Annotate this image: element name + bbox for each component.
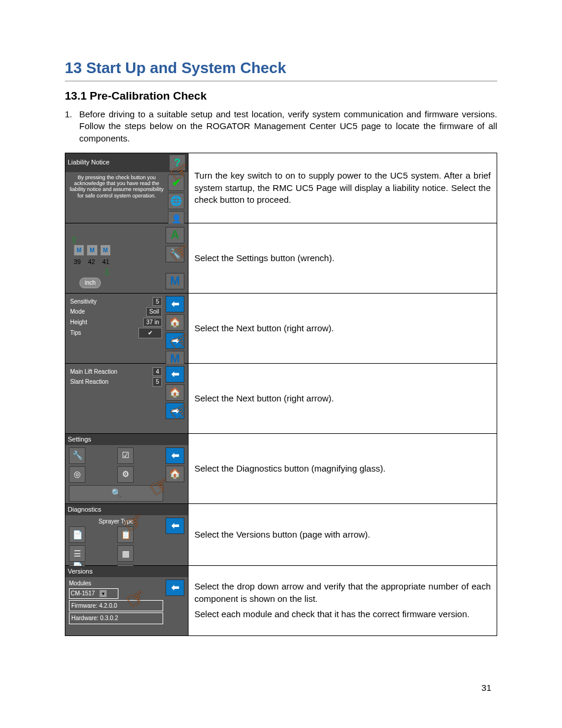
back-arrow-icon[interactable]: ⬅ xyxy=(166,579,184,596)
table-row: Diagnostics Sprayer Type 📄 📋 ☰ ▦ 📄↗ xyxy=(65,503,497,565)
field-value[interactable]: 4 xyxy=(153,367,162,377)
table-row: A 🔧 ⇧ M M M 39 42 xyxy=(65,223,497,293)
globe-icon[interactable]: 🌐 xyxy=(168,193,184,209)
magnifier-icon[interactable]: 🔍 xyxy=(69,485,163,502)
field-label: Mode xyxy=(70,308,85,316)
step-instruction: Select the Versions button (page with ar… xyxy=(189,503,497,565)
home-icon[interactable]: 🏠 xyxy=(166,314,184,331)
field-label: Tips xyxy=(70,329,81,337)
module-dropdown[interactable]: CM-1517 ▾ xyxy=(69,588,118,599)
home-icon[interactable]: 🏠 xyxy=(166,384,184,401)
hardware-value: Hardware: 0.3.0.2 xyxy=(69,612,163,624)
sensor-value: 42 xyxy=(88,258,95,266)
help-icon[interactable]: ? xyxy=(169,154,186,171)
intro-paragraph: 1. Before driving to a suitable setup an… xyxy=(65,108,497,144)
section-heading: 13 Start Up and System Check xyxy=(65,59,497,81)
table-row: Settings 🔧 ☑ ◎ ⚙ 🔍 ⬅ 🏠 xyxy=(65,433,497,503)
table-row: Versions Modules CM-1517 ▾ Firmware: 4.2… xyxy=(65,565,497,635)
firmware-value: Firmware: 4.2.0.0 xyxy=(69,600,163,612)
home-icon[interactable]: 🏠 xyxy=(166,466,184,482)
modules-label: Modules xyxy=(69,579,163,588)
field-label: Height xyxy=(70,318,87,327)
auto-icon[interactable]: A xyxy=(166,227,184,243)
check-icon[interactable]: ✔ xyxy=(138,328,162,338)
m-marker: M xyxy=(87,245,97,256)
back-arrow-icon[interactable]: ⬅ xyxy=(166,366,184,383)
field-value[interactable]: 5 xyxy=(153,297,162,307)
list-icon[interactable]: 📋 xyxy=(117,526,134,543)
sensor-value: 39 xyxy=(74,258,81,266)
next-arrow-icon[interactable]: ➡ xyxy=(166,332,184,349)
intro-text: Before driving to a suitable setup and t… xyxy=(80,108,497,144)
step-instruction: Select the Diagnostics button (magnifyin… xyxy=(189,433,497,503)
field-label: Slant Reaction xyxy=(70,378,108,386)
versions-title: Versions xyxy=(68,567,92,576)
table-row: Liability Notice ? By pressing the check… xyxy=(65,153,497,223)
back-arrow-icon[interactable]: ⬅ xyxy=(166,447,184,464)
check-icon[interactable]: ✔ xyxy=(168,174,184,191)
next-arrow-icon[interactable]: ➡ xyxy=(166,403,184,419)
field-value[interactable]: 37 in xyxy=(143,318,162,327)
settings-title: Settings xyxy=(68,435,91,444)
step-instruction: Select the Next button (right arrow). xyxy=(189,363,497,433)
field-value[interactable]: Soil xyxy=(146,307,162,317)
step-instruction: Select the Settings button (wrench). xyxy=(189,223,497,293)
liability-body: By pressing the check button you acknowl… xyxy=(69,174,164,228)
target-icon[interactable]: ◎ xyxy=(69,466,85,483)
step-instruction: Select the Next button (right arrow). xyxy=(189,293,497,363)
back-arrow-icon[interactable]: ⬅ xyxy=(166,518,184,534)
doc-icon[interactable]: 📄 xyxy=(69,526,85,543)
checklist-icon[interactable]: ☑ xyxy=(117,447,134,464)
sub-heading: 13.1 Pre-Calibration Check xyxy=(65,90,497,103)
table-row: Sensitivity5 ModeSoil Height37 in Tips✔ … xyxy=(65,293,497,363)
diagnostics-title: Diagnostics xyxy=(68,505,101,514)
field-label: Sensitivity xyxy=(70,298,97,306)
liability-title: Liability Notice xyxy=(68,158,110,167)
sensor-value: 41 xyxy=(103,258,110,266)
gear-icon[interactable]: ⚙ xyxy=(117,466,134,483)
unit-chip[interactable]: inch xyxy=(80,278,101,288)
m-icon[interactable]: M xyxy=(166,273,184,289)
sprayer-type-label: Sprayer Type xyxy=(69,518,163,526)
table-row: Main Lift Reaction4 Slant Reaction5 ⬅ 🏠 … xyxy=(65,363,497,433)
wrench-icon[interactable]: 🔧 xyxy=(166,246,184,262)
down-arrow-icon: ⇩ xyxy=(103,266,111,279)
field-value[interactable]: 5 xyxy=(153,377,162,387)
chevron-down-icon[interactable]: ▾ xyxy=(100,590,107,597)
m-marker: M xyxy=(74,245,84,256)
stack-icon[interactable]: ☰ xyxy=(69,545,85,562)
field-label: Main Lift Reaction xyxy=(70,368,117,376)
steps-table: Liability Notice ? By pressing the check… xyxy=(65,153,497,636)
step-instruction: Turn the key switch to on to supply powe… xyxy=(189,153,497,223)
page-number: 31 xyxy=(481,683,491,693)
list-number: 1. xyxy=(65,108,72,144)
chip-icon[interactable]: ▦ xyxy=(117,545,134,562)
wrench-icon[interactable]: 🔧 xyxy=(69,447,85,464)
step-instruction: Select the drop down arrow and verify th… xyxy=(189,565,497,635)
m-marker: M xyxy=(100,245,111,256)
back-arrow-icon[interactable]: ⬅ xyxy=(166,296,184,312)
